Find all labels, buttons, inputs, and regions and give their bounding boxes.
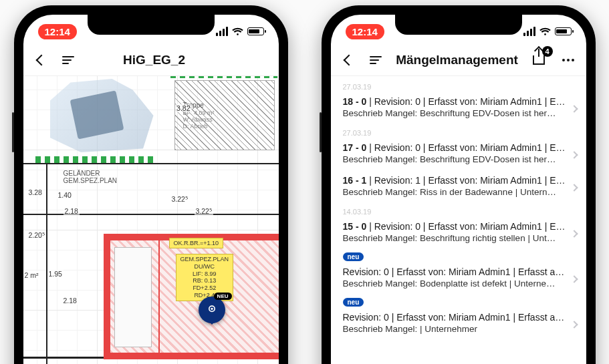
neu-badge: NEU (214, 293, 232, 300)
phone-left: 12:14 HiG_EG_2 Trepp (14, 5, 288, 364)
pin-icon (205, 303, 219, 317)
recording-time-pill[interactable]: 12:14 (38, 24, 77, 39)
defect-item[interactable]: 17 - 0 | Revision: 0 | Erfasst von: Miri… (331, 138, 586, 171)
notch (88, 15, 215, 35)
defect-item-header: 15 - 0 | Revision: 0 | Erfasst von: Miri… (343, 221, 574, 232)
share-badge: 4 (542, 46, 553, 57)
defect-item-header: 18 - 0 | Revision: 0 | Erfasst von: Miri… (343, 96, 574, 107)
defect-item[interactable]: Revision: 0 | Erfasst von: Miriam Admin1… (331, 262, 586, 295)
battery-icon (555, 27, 572, 35)
cellular-icon (216, 27, 228, 36)
back-button[interactable] (31, 50, 51, 70)
defect-item[interactable]: 16 - 1 | Revision: 1 | Erfasst von: Miri… (331, 171, 586, 204)
more-horizontal-icon (562, 59, 574, 61)
phone-right: 12:14 Mängelmanagement 4 (322, 5, 596, 364)
filter-lines-icon (62, 56, 74, 64)
filter-lines-icon (370, 56, 382, 64)
defect-pin[interactable]: NEU (199, 297, 225, 323)
back-button[interactable] (339, 50, 359, 70)
defect-item-desc: Beschrieb Mangel: Riss in der Badewanne … (343, 187, 574, 197)
defect-item-header: 16 - 1 | Revision: 1 | Erfasst von: Miri… (343, 175, 574, 186)
group-date: 27.03.19 (331, 125, 586, 138)
wifi-icon (539, 27, 551, 36)
page-title: HiG_EG_2 (85, 53, 224, 67)
defect-item[interactable]: 15 - 0 | Revision: 0 | Erfasst von: Miri… (331, 217, 586, 250)
share-icon (533, 55, 545, 65)
defect-item-desc: Beschrieb Mangel: Beschriftung richtig s… (343, 233, 574, 243)
defect-item-desc: Beschrieb Mangel: Beschriftung EDV-Dosen… (343, 108, 574, 118)
defect-item-desc: Beschrieb Mangel: Beschriftung EDV-Dosen… (343, 154, 574, 164)
wifi-icon (232, 27, 243, 36)
share-button[interactable]: 4 (529, 50, 549, 70)
svg-point-1 (211, 308, 213, 310)
group-date: 14.03.19 (331, 204, 586, 217)
notch (395, 15, 522, 35)
filter-button[interactable] (366, 50, 386, 70)
status-icons (216, 27, 264, 36)
neu-badge: neu (343, 252, 364, 261)
filter-button[interactable] (58, 50, 78, 70)
defect-item-header: 17 - 0 | Revision: 0 | Erfasst von: Miri… (343, 142, 574, 153)
nav-bar: HiG_EG_2 (23, 44, 279, 76)
screen-left: 12:14 HiG_EG_2 Trepp (23, 15, 279, 364)
group-date: 27.03.19 (331, 79, 586, 92)
nav-bar: Mängelmanagement 4 (331, 44, 586, 76)
dim-382: 3.82 (175, 104, 191, 112)
dim-195: 1.95 (47, 270, 64, 278)
defect-item-header: Revision: 0 | Erfasst von: Miriam Admin1… (343, 312, 574, 323)
chevron-left-icon (35, 54, 47, 65)
floor-plan-canvas[interactable]: Treppe BF: 4.09 m² W: Abwass D: Abrieb 3… (23, 76, 279, 364)
green-boundary (35, 156, 156, 163)
dim-218a: 2.18 (64, 207, 80, 215)
dim-322a: 3.22⁵ (170, 195, 189, 203)
cellular-icon (523, 27, 535, 36)
dim-220: 2.20⁵ (27, 231, 46, 239)
page-title: Mängelmanagement (392, 53, 522, 67)
recording-time-pill[interactable]: 12:14 (346, 24, 384, 39)
dim-322b: 3.22⁵ (195, 207, 213, 215)
screen-right: 12:14 Mängelmanagement 4 (331, 15, 586, 364)
dim-2m2: 2 m² (23, 271, 40, 279)
status-icons (523, 27, 572, 36)
battery-icon (247, 27, 264, 35)
gelander-label: GELÄNDER GEM.SPEZ.PLAN (64, 170, 118, 184)
dim-328: 3.28 (27, 188, 43, 196)
chevron-left-icon (343, 54, 354, 65)
defect-item-desc: Beschrieb Mangel: | Unternehmer (343, 324, 574, 334)
defect-item[interactable]: 18 - 0 | Revision: 0 | Erfasst von: Miri… (331, 92, 586, 125)
defect-item[interactable]: Revision: 0 | Erfasst von: Miriam Admin1… (331, 308, 586, 341)
defect-list[interactable]: 27.03.1918 - 0 | Revision: 0 | Erfasst v… (331, 76, 586, 364)
neu-badge: neu (343, 298, 364, 307)
more-button[interactable] (558, 50, 578, 70)
room-slab (114, 247, 152, 347)
dim-140: 1.40 (57, 191, 73, 199)
green-boundary (170, 76, 277, 78)
room-header-label: OK.R.BR.=+1.10 (169, 238, 224, 248)
defect-item-header: Revision: 0 | Erfasst von: Miriam Admin1… (343, 266, 574, 277)
dim-218b: 2.18 (62, 297, 78, 305)
defect-item-desc: Beschrieb Mangel: Bodenplatte ist defekt… (343, 279, 574, 289)
